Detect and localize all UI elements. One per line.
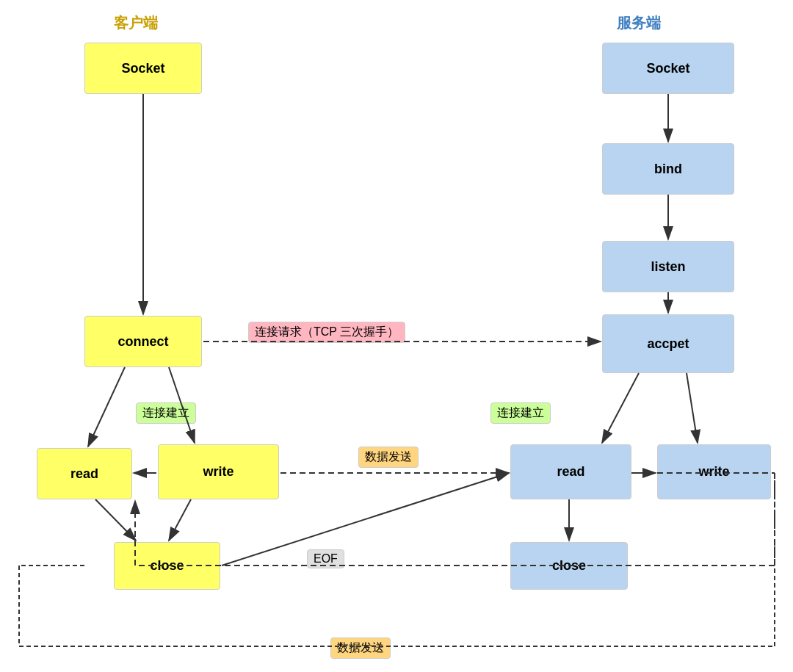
conn-established-server-label: 连接建立 — [490, 402, 551, 424]
client-write-node: write — [158, 444, 279, 499]
client-section-label: 客户端 — [114, 13, 158, 33]
data-send-bottom-label: 数据发送 — [330, 637, 391, 659]
client-connect-node: connect — [84, 316, 202, 367]
client-close-node: close — [114, 542, 220, 590]
server-listen-node: listen — [602, 241, 734, 292]
data-send-top-label: 数据发送 — [358, 447, 419, 468]
svg-line-10 — [687, 373, 698, 443]
server-close-node: close — [510, 542, 628, 590]
server-read-node: read — [510, 444, 631, 499]
diagram: 客户端 服务端 Socket connect read write close … — [0, 0, 793, 672]
server-accpet-node: accpet — [602, 314, 734, 373]
connect-request-label: 连接请求（TCP 三次握手） — [248, 322, 405, 343]
server-socket-node: Socket — [602, 43, 734, 94]
conn-established-client-label: 连接建立 — [136, 402, 196, 424]
server-bind-node: bind — [602, 143, 734, 195]
server-write-node: write — [657, 444, 771, 499]
svg-line-19 — [95, 499, 136, 541]
svg-line-18 — [169, 499, 191, 541]
client-read-node: read — [37, 448, 132, 499]
svg-line-9 — [602, 373, 639, 443]
eof-label: EOF — [307, 549, 344, 568]
server-section-label: 服务端 — [617, 13, 661, 33]
svg-line-8 — [88, 367, 125, 447]
client-socket-node: Socket — [84, 43, 202, 94]
